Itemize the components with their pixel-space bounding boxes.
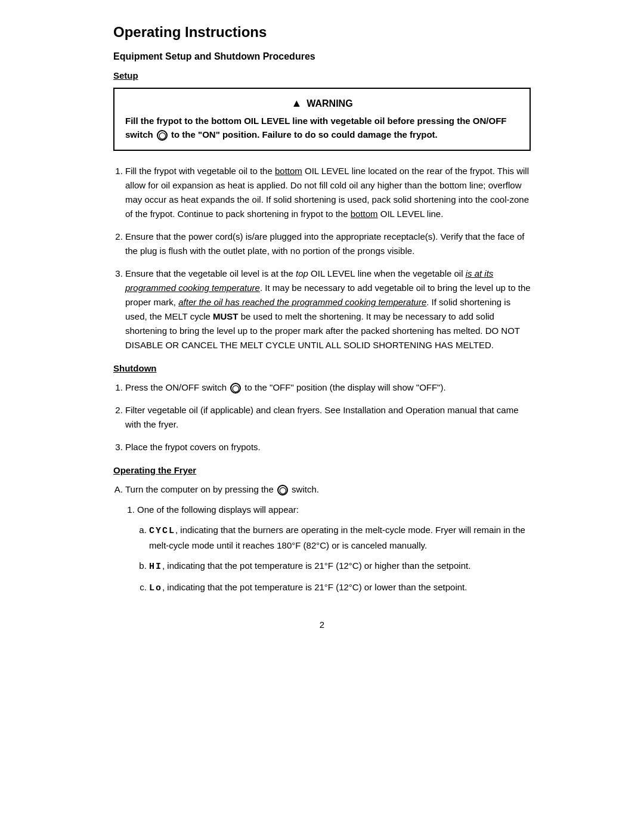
display-list: CYCL, indicating that the burners are op… <box>149 523 531 596</box>
section-heading: Equipment Setup and Shutdown Procedures <box>113 51 531 62</box>
setup-heading: Setup <box>113 70 531 80</box>
display-item-b: HI, indicating that the pot temperature … <box>149 559 531 574</box>
shutdown-item-2: Filter vegetable oil (if applicable) and… <box>125 403 531 432</box>
item3-must: MUST <box>213 311 239 321</box>
operating-sub-list: One of the following displays will appea… <box>137 503 531 596</box>
shutdown1-text-before: Press the ON/OFF switch <box>125 382 229 392</box>
warning-triangle-icon: ▲ <box>291 97 302 110</box>
sub1-text: One of the following displays will appea… <box>137 504 299 515</box>
shutdown-item-1: Press the ON/OFF switch ◯ to the "OFF" p… <box>125 380 531 395</box>
opA-text-after: switch. <box>289 484 319 494</box>
display-cycl: CYCL <box>149 526 175 536</box>
shutdown-section: Shutdown Press the ON/OFF switch ◯ to th… <box>113 363 531 454</box>
power-icon-op: ◯ <box>277 485 288 496</box>
shutdown3-text: Place the frypot covers on frypots. <box>125 442 261 452</box>
setup-list: Fill the frypot with vegetable oil to th… <box>125 164 531 352</box>
warning-body: Fill the frypot to the bottom OIL LEVEL … <box>125 114 519 141</box>
item3-text-2: line when the vegetable oil <box>355 268 466 278</box>
setup-item-3: Ensure that the vegetable oil level is a… <box>125 267 531 352</box>
item3-italic-top: top <box>296 268 308 278</box>
item1-smallcaps: OIL LEVEL <box>302 166 349 176</box>
item2-text: Ensure that the power cord(s) is/are plu… <box>125 231 525 256</box>
page-title: Operating Instructions <box>113 24 531 41</box>
display-lo: Lo <box>149 583 162 593</box>
item1-underline-bottom2: bottom <box>351 209 378 219</box>
page-container: Operating Instructions Equipment Setup a… <box>78 24 566 630</box>
shutdown-list: Press the ON/OFF switch ◯ to the "OFF" p… <box>125 380 531 454</box>
item1-text-before: Fill the frypot with vegetable oil to th… <box>125 166 275 176</box>
shutdown2-text: Filter vegetable oil (if applicable) and… <box>125 405 519 429</box>
operating-section: Operating the Fryer Turn the computer on… <box>113 465 531 596</box>
shutdown1-text-after: to the "OFF" position (the display will … <box>242 382 445 392</box>
display-c-text: , indicating that the pot temperature is… <box>162 582 467 592</box>
display-hi: HI <box>149 562 162 572</box>
setup-item-2: Ensure that the power cord(s) is/are plu… <box>125 230 531 258</box>
opA-text-before: Turn the computer on by pressing the <box>125 484 276 494</box>
operating-heading: Operating the Fryer <box>113 465 531 475</box>
warning-box: ▲ WARNING Fill the frypot to the bottom … <box>113 88 531 151</box>
power-icon-shutdown: ◯ <box>230 383 241 394</box>
display-item-a: CYCL, indicating that the burners are op… <box>149 523 531 553</box>
power-icon-warning: ◯ <box>157 130 168 141</box>
shutdown-heading: Shutdown <box>113 363 531 373</box>
item1-oil-level: OIL LEVEL line. <box>378 209 444 219</box>
operating-list: Turn the computer on by pressing the ◯ s… <box>125 482 531 596</box>
warning-header: ▲ WARNING <box>125 97 519 110</box>
item1-underline-bottom: bottom <box>275 166 302 176</box>
warning-label: WARNING <box>306 98 352 109</box>
shutdown-item-3: Place the frypot covers on frypots. <box>125 440 531 454</box>
item3-italic-ul-2: after the oil has reached the programmed… <box>178 297 426 307</box>
page-number: 2 <box>113 620 531 630</box>
item3-smallcaps: OIL LEVEL <box>308 268 355 278</box>
warning-text-after: to the "ON" position. Failure to do so c… <box>171 129 438 140</box>
display-item-c: Lo, indicating that the pot temperature … <box>149 580 531 596</box>
setup-item-1: Fill the frypot with vegetable oil to th… <box>125 164 531 221</box>
operating-sub-1: One of the following displays will appea… <box>137 503 531 596</box>
operating-item-a: Turn the computer on by pressing the ◯ s… <box>125 482 531 596</box>
item3-text-before: Ensure that the vegetable oil level is a… <box>125 268 296 278</box>
display-b-text: , indicating that the pot temperature is… <box>162 561 470 571</box>
display-a-text: , indicating that the burners are operat… <box>149 525 525 550</box>
